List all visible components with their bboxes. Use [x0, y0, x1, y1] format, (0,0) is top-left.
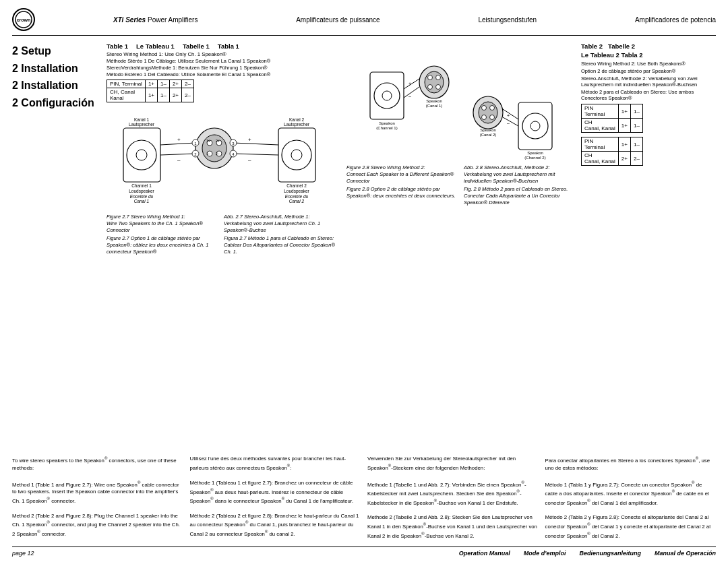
footer-item-1: Operation Manual — [459, 550, 510, 557]
table-row: CHCanal, Kanal 1+ 1– — [582, 119, 643, 133]
logo-area: crown — [12, 8, 100, 31]
subtitle2: Amplificateurs de puissance — [296, 16, 380, 24]
svg-rect-46 — [370, 72, 404, 119]
table-row: PINTerminal 1+ 1– — [582, 137, 643, 152]
table-row: PINTerminal 1+ 1– — [582, 104, 643, 119]
svg-rect-19 — [278, 128, 315, 182]
table1-sub2: Méthode Stéréo 1 De Câblage: Utilisez Se… — [107, 58, 336, 64]
page: crown XTi Series Power Amplifiers Amplif… — [0, 0, 728, 562]
table1-title3: Tabelle 1 — [183, 42, 210, 50]
svg-line-26 — [160, 143, 195, 145]
page-number: page 12 — [12, 550, 34, 557]
wiring-diagram-1: Channel 1 Loudspeaker Enceinte du Canal … — [107, 108, 336, 209]
svg-text:–: – — [248, 157, 251, 163]
section-title-configuracion: 2 Configuración — [12, 94, 100, 112]
svg-line-28 — [233, 143, 278, 145]
svg-text:+: + — [507, 113, 510, 118]
svg-text:Speakon: Speakon — [480, 128, 496, 132]
svg-text:+: + — [408, 82, 411, 86]
svg-text:+: + — [177, 137, 181, 143]
table1-sub3: StereoVerdrahtungsMethode 1: Benutzen Si… — [107, 65, 336, 71]
svg-point-48 — [382, 91, 392, 100]
svg-text:Lautsprecher: Lautsprecher — [284, 122, 310, 127]
table-row: CH, CanalKanal 1+ 1– 2+ 2– — [107, 88, 194, 102]
svg-line-67 — [503, 117, 518, 126]
series-title: XTi Series Power Amplifiers — [113, 16, 198, 24]
svg-text:Kanal 1: Kanal 1 — [134, 117, 149, 122]
svg-point-20 — [282, 140, 311, 170]
svg-text:(Channel 1): (Channel 1) — [376, 126, 397, 130]
svg-line-27 — [160, 154, 195, 155]
bottom-text-col4: Para conectar altoparlantes en Stereo a … — [545, 456, 717, 540]
section-title-installation2: 2 Installation — [12, 77, 100, 94]
svg-text:Canal 1: Canal 1 — [134, 199, 150, 204]
table1-section: Table 1 Le Tableau 1 Tabelle 1 Tabla 1 S… — [107, 42, 336, 102]
table2-ch1: PINTerminal 1+ 1– CHCanal, Kanal 1+ 1– — [581, 104, 643, 133]
table2-title: Table 2 — [581, 42, 603, 50]
figure28b-caption: Abb. 2.8 Stereo-Anschluß, Methode 2: Ver… — [464, 162, 576, 206]
table2-sub4: Método 2 para el Cableado en Stereo: Use… — [581, 89, 716, 101]
svg-text:(Channel 2): (Channel 2) — [524, 156, 545, 160]
subtitle4: Amplificadores de potencia — [635, 16, 716, 24]
svg-text:–: – — [408, 94, 411, 98]
section-title-setup: 2 Setup — [12, 42, 100, 60]
svg-point-60 — [490, 115, 495, 120]
svg-text:Enceinte du: Enceinte du — [285, 194, 309, 199]
footer: page 12 Operation Manual Mode d'emploi B… — [12, 547, 716, 557]
svg-point-57 — [482, 106, 487, 111]
svg-point-51 — [428, 75, 433, 80]
svg-text:Enceinte du: Enceinte du — [130, 194, 154, 199]
figure27-captions: Figure 2.7 Stereo Wiring Method 1: Wire … — [107, 212, 336, 255]
table-row: PIN, Terminal 1+ 1– 2+ 2– — [107, 80, 194, 88]
svg-text:1+: 1+ — [206, 139, 210, 143]
svg-line-29 — [233, 154, 278, 155]
svg-text:Canal 2: Canal 2 — [289, 199, 305, 204]
svg-point-62 — [522, 113, 548, 139]
center-right: Speakon (Channel 1) Speakon (Channel 2) … — [341, 42, 581, 449]
header-titles: XTi Series Power Amplifiers Amplificateu… — [100, 16, 716, 24]
svg-text:2+: 2+ — [216, 139, 220, 143]
svg-point-52 — [436, 75, 441, 80]
footer-titles: Operation Manual Mode d'emploi Bedienung… — [459, 550, 716, 557]
right-col: Table 2 Tabelle 2 Le Tableau 2 Tabla 2 S… — [581, 42, 716, 449]
svg-text:Channel 1: Channel 1 — [131, 183, 152, 188]
svg-point-47 — [374, 83, 400, 108]
table2-title2: Tabelle 2 — [608, 42, 635, 50]
svg-point-3 — [127, 140, 156, 170]
table1-title: Table 1 — [107, 42, 128, 50]
figure28-captions: Figure 2.8 Stereo Wiring Method 2: Conne… — [346, 162, 576, 206]
table1-sub1: Stereo Wiring Method 1: Use Only Ch. 1 S… — [107, 51, 336, 57]
table2-title4: Tabla 2 — [621, 51, 642, 59]
svg-point-50 — [425, 71, 444, 93]
svg-text:+: + — [248, 137, 251, 143]
svg-text:Speakon: Speakon — [379, 121, 395, 125]
table1-title2: Le Tableau 1 — [136, 42, 175, 50]
svg-point-53 — [428, 85, 433, 90]
bottom-text-col3: Verwenden Sie zur Verkabelung der Stereo… — [367, 456, 539, 540]
table2-title3: Le Tableau 2 — [581, 51, 619, 59]
table2-sub3: Stereo-Anschluß, Methode 2: Verkabelung … — [581, 75, 716, 88]
left-titles: 2 Setup 2 Installation 2 Installation 2 … — [12, 42, 107, 449]
table2-sub2: Option 2 de câblage stéréo par Speakon® — [581, 68, 716, 74]
table2-ch2: PINTerminal 1+ 1– CHCanal, Kanal 2+ 2– — [581, 137, 643, 166]
svg-text:–: – — [177, 157, 181, 163]
bottom-text-col2: Utilisez l'une des deux méthodes suivant… — [190, 456, 361, 540]
svg-text:Speakon: Speakon — [426, 99, 442, 103]
table1-sub4: Método Estéreo 1 Del Cableado: Utilice S… — [107, 71, 336, 77]
crown-logo-icon: crown — [12, 8, 35, 31]
svg-text:2–: 2– — [216, 152, 220, 156]
figure27b-caption: Abb. 2.7 Stereo-Anschluß, Methode 1: Ver… — [224, 212, 336, 255]
svg-point-21 — [291, 150, 302, 160]
svg-point-59 — [482, 115, 487, 120]
wiring-diagram-2: Speakon (Channel 1) Speakon (Channel 2) … — [346, 45, 576, 160]
svg-rect-2 — [123, 128, 160, 182]
bottom-text-col1: To wire stereo speakers to the Speakon® … — [12, 456, 183, 540]
svg-text:Speakon: Speakon — [527, 151, 543, 155]
svg-text:Channel 2: Channel 2 — [286, 183, 307, 188]
footer-item-4: Manual de Operación — [655, 550, 716, 557]
footer-item-3: Bedienungsanleitung — [579, 550, 641, 557]
table1-title4: Tabla 1 — [218, 42, 239, 50]
figure28a-caption: Figure 2.8 Stereo Wiring Method 2: Conne… — [346, 162, 458, 206]
subtitle3: Leistungsendstufen — [478, 16, 537, 24]
table1: PIN, Terminal 1+ 1– 2+ 2– CH, CanalKanal… — [107, 80, 194, 102]
